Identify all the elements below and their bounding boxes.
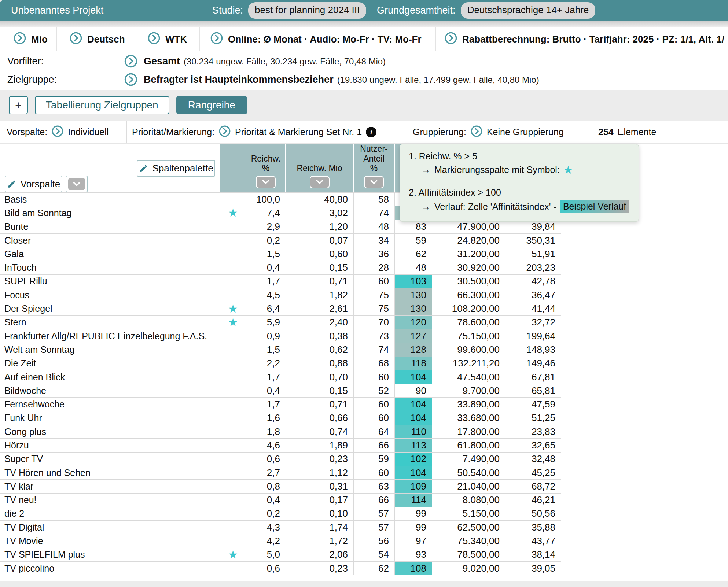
cell-tkp: 41,44 [505,302,561,315]
cell-reichweite-mio: 0,07 [286,234,354,247]
cell-reichweite-mio: 1,20 [286,220,354,233]
table-row[interactable]: TV Digital 4,3 1,74 57 99 62.500,00 35,8… [0,521,561,534]
element-count-suffix: Elemente [618,127,657,137]
table-row[interactable]: SUPERillu 1,7 0,71 60 103 30.500,00 42,7… [0,275,561,288]
table-row[interactable]: Gala 1,5 0,60 36 62 31.200,00 51,91 [0,247,561,261]
cell-title: Welt am Sonntag [0,343,220,356]
cell-reichweite-prozent: 1,8 [246,425,286,438]
vorfilter-value[interactable]: Gesamt [144,56,180,67]
prioritaet-value[interactable]: Priorität & Markierung Set Nr. 1 [235,127,362,137]
toolbar-segment[interactable]: Rabattberechnung: Brutto · Tarifjahr: 20… [436,27,728,51]
table-row[interactable]: Auf einen Blick 1,7 0,70 60 104 47.540,0… [0,370,561,384]
table-row[interactable]: InTouch 0,4 0,15 28 48 30.920,00 203,23 [0,261,561,274]
chevron-circle-icon[interactable] [51,125,64,140]
table-row[interactable]: TV Movie 4,2 1,72 56 97 75.340,00 43,77 [0,534,561,548]
cell-affinitaetsindex: 114 [395,494,432,507]
studie-value-pill[interactable]: best for planning 2024 III [248,2,366,19]
table-row[interactable]: Frankfurter Allg/REPUBLIC Einzelbelegung… [0,329,561,343]
cell-nutzer-anteil: 66 [354,494,395,507]
table-row[interactable]: Funk Uhr 1,6 0,66 60 104 33.680,00 51,25 [0,411,561,425]
cell-affinitaetsindex: 130 [395,302,432,315]
toolbar-segment[interactable]: Online: Ø Monat · Audio: Mo-Fr · TV: Mo-… [200,27,436,51]
settings-bar: Vorspalte: Individuell Priorität/Markier… [0,121,728,144]
grundgesamtheit-label: Grundgesamtheit: [377,5,456,16]
column-menu-button[interactable] [256,176,276,188]
star-icon: ★ [228,549,238,560]
table-row[interactable]: TV klar 0,8 0,31 63 109 21.040,00 68,72 [0,480,561,493]
cell-reichweite-prozent: 1,7 [246,275,286,288]
table-row[interactable]: TV neu! 0,4 0,17 66 114 8.080,00 46,21 [0,494,561,507]
chevron-circle-icon[interactable] [124,73,138,86]
cell-affinitaetsindex: 104 [395,411,432,425]
cell-tkp: 43,77 [505,534,561,547]
table-row[interactable]: Gong plus 1,8 0,74 64 110 17.800,00 23,8… [0,425,561,439]
cell-title: Fernsehwoche [0,398,220,411]
cell-tkp: 35,88 [505,521,561,534]
chevron-circle-icon[interactable] [470,125,483,140]
tab-tabellierung-zielgruppen[interactable]: Tabellierung Zielgruppen [35,96,169,114]
chevron-circle-icon[interactable] [124,54,138,68]
cell-affinitaetsindex: 99 [395,521,432,534]
cell-reichweite-prozent: 4,5 [246,288,286,302]
cell-reichweite-mio: 0,31 [286,480,354,493]
column-header-label: Reichw. % [251,154,281,173]
tab-rangreihe[interactable]: Rangreihe [176,96,247,114]
cell-marker [220,521,246,534]
table-row[interactable]: Welt am Sonntag 1,5 0,62 74 128 99.600,0… [0,343,561,357]
table-row[interactable]: Bildwoche 0,4 0,15 52 90 9.700,00 65,81 [0,384,561,398]
add-tab-button[interactable]: + [9,96,28,114]
table-row[interactable]: Hörzu 4,6 1,89 66 113 61.800,00 32,65 [0,439,561,452]
divider [589,121,589,143]
table-row[interactable]: Fernsehwoche 1,7 0,71 60 104 33.890,00 4… [0,398,561,411]
info-icon[interactable]: i [366,127,376,137]
vorfilter-value-group[interactable]: Gesamt (30.234 ungew. Fälle, 30.234 gew.… [144,56,386,67]
table-row[interactable]: Die Zeit 2,2 0,88 68 118 132.211,20 149,… [0,357,561,370]
cell-reichweite-mio: 1,72 [286,534,354,547]
spaltenpalette-button[interactable]: Spaltenpalette [137,160,215,177]
cell-reichweite-prozent: 0,6 [246,453,286,466]
zielgruppe-value[interactable]: Befragter ist Haupteinkommensbezieher [144,74,334,85]
column-menu-button[interactable] [310,176,330,188]
cell-reichweite-mio: 40,80 [286,193,354,206]
table-row[interactable]: TV Hören und Sehen 2,7 1,12 60 104 50.54… [0,466,561,480]
zielgruppe-value-group[interactable]: Befragter ist Haupteinkommensbezieher (1… [144,74,539,85]
cell-affinitaetsindex: 59 [395,234,432,247]
toolbar-segment[interactable]: Deutsch [57,27,136,51]
toolbar-segment[interactable]: Mio [0,27,57,51]
vorspalte-edit-button[interactable]: Vorspalte [5,176,62,192]
arrow-icon: → [421,201,431,213]
grundgesamtheit-value-pill[interactable]: Deutschsprachige 14+ Jahre [461,2,596,19]
vorspalte-dropdown-button[interactable] [66,176,88,192]
table-row[interactable]: Super TV 0,6 0,23 59 102 7.490,00 32,48 [0,453,561,466]
horizontal-scrollbar-track[interactable] [0,581,728,587]
chevron-circle-icon[interactable] [218,125,231,140]
table-row[interactable]: die 2 0,2 0,10 57 99 5.150,00 50,56 [0,507,561,521]
cell-nutzer-anteil: 58 [354,193,395,206]
cell-affinitaetsindex: 102 [395,453,432,466]
table-row[interactable]: Stern ★ 5,9 2,40 70 120 78.600,00 32,72 [0,316,561,329]
cell-nutzer-anteil: 60 [354,466,395,479]
vorspalte-button-label: Vorspalte [21,178,60,190]
cell-reichweite-prozent: 1,6 [246,411,286,425]
table-row[interactable]: Closer 0,2 0,07 34 59 24.820,00 350,31 [0,234,561,247]
vorspalte-setting-value[interactable]: Individuell [68,127,109,137]
cell-reichweite-prozent: 1,7 [246,370,286,384]
toolbar-segment[interactable]: WTK [136,27,200,51]
table-row[interactable]: Bunte 2,9 1,20 48 83 47.900,00 39,84 [0,220,561,234]
cell-reichweite-prozent: 0,4 [246,261,286,274]
cell-affinitaetsindex: 120 [395,316,432,329]
cell-affinitaetsindex: 99 [395,507,432,520]
column-menu-button[interactable] [364,176,384,188]
gruppierung-value[interactable]: Keine Gruppierung [487,127,564,137]
table-row[interactable]: TV SPIELFILM plus ★ 5,0 2,06 54 93 78.50… [0,548,561,562]
cell-nutzer-anteil: 70 [354,316,395,329]
cell-reichweite-mio: 0,17 [286,494,354,507]
cell-marker [220,507,246,520]
cell-nutzer-anteil: 54 [354,548,395,561]
cell-reichweite-mio: 0,23 [286,453,354,466]
table-row[interactable]: Der Spiegel ★ 6,4 2,61 75 130 108.200,00… [0,302,561,315]
cell-affinitaetsindex: 109 [395,480,432,493]
cell-reichweite-mio: 0,10 [286,507,354,520]
table-row[interactable]: Focus 4,5 1,82 75 130 66.300,00 36,47 [0,288,561,302]
table-row[interactable]: TV piccolino 0,6 0,23 62 108 9.020,00 39… [0,562,561,575]
